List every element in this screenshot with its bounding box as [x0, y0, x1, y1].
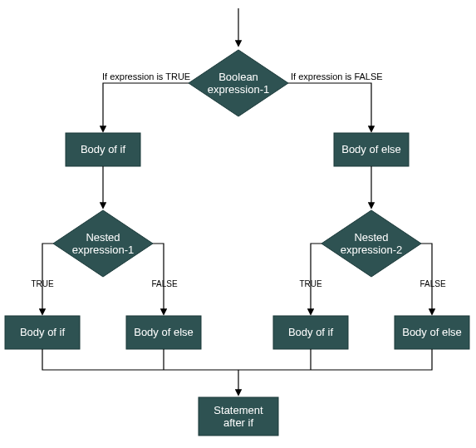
label-n1-true: TRUE — [31, 279, 54, 288]
nested2-line2: expression-2 — [341, 244, 402, 256]
box-body-of-if: Body of if — [66, 133, 140, 166]
nested1-line2: expression-1 — [72, 244, 134, 256]
box-body-of-else: Body of else — [334, 133, 409, 166]
nested1-line1: Nested — [86, 231, 120, 244]
final-line1: Statement — [213, 404, 263, 416]
box-n1-body-else: Body of else — [126, 316, 201, 349]
label-true-expr: If expression is TRUE — [102, 71, 190, 81]
nested2-line1: Nested — [354, 231, 388, 244]
decision-text-line2: expression-1 — [208, 83, 269, 96]
decision-boolean-expression-1: Boolean expression-1 — [189, 50, 288, 116]
n2-if-text: Body of if — [288, 326, 334, 338]
decision-text-line1: Boolean — [218, 71, 258, 83]
box-n2-body-else: Body of else — [395, 316, 469, 349]
n1-else-text: Body of else — [134, 326, 194, 338]
merge-4 — [238, 349, 432, 370]
box-n2-body-if: Body of if — [273, 316, 348, 349]
label-false-expr: If expression is FALSE — [291, 71, 383, 81]
box-n1-body-if: Body of if — [5, 316, 80, 349]
decision-nested-2: Nested expression-2 — [321, 210, 421, 277]
label-n2-false: FALSE — [420, 279, 445, 288]
decision-nested-1: Nested expression-1 — [53, 210, 153, 277]
label-n2-true: TRUE — [299, 279, 322, 288]
n1-if-text: Body of if — [20, 326, 66, 338]
label-n1-false: FALSE — [151, 279, 177, 288]
body-if-text: Body of if — [81, 143, 126, 155]
merge-1 — [42, 349, 238, 370]
arrow-top-false — [288, 83, 371, 131]
arrow-top-true — [103, 83, 189, 131]
box-statement-after-if: Statement after if — [199, 397, 278, 436]
body-else-text: Body of else — [341, 143, 401, 155]
final-line2: after if — [223, 416, 254, 429]
n2-else-text: Body of else — [402, 326, 462, 338]
